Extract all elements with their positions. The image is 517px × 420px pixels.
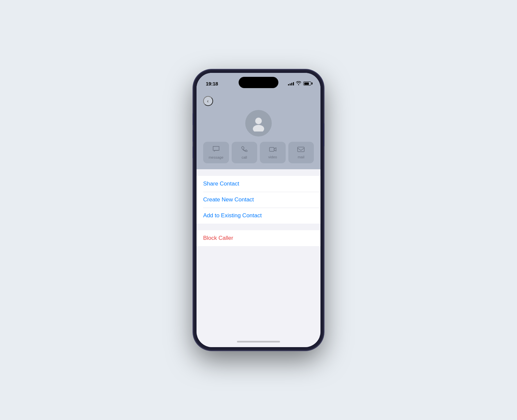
message-label: message bbox=[208, 155, 223, 159]
svg-rect-2 bbox=[269, 147, 274, 151]
svg-point-0 bbox=[255, 118, 262, 124]
video-label: video bbox=[268, 155, 277, 159]
status-icons bbox=[288, 81, 311, 86]
add-to-existing-contact-item[interactable]: Add to Existing Contact bbox=[197, 208, 320, 224]
call-label: call bbox=[242, 155, 247, 159]
call-action-button[interactable]: call bbox=[232, 142, 258, 163]
video-action-button[interactable]: video bbox=[260, 142, 286, 163]
share-contact-label: Share Contact bbox=[203, 181, 239, 187]
avatar-person-icon bbox=[250, 115, 267, 131]
video-icon bbox=[269, 146, 276, 154]
contact-header: ‹ messa bbox=[197, 89, 320, 169]
svg-point-1 bbox=[253, 125, 264, 131]
message-icon bbox=[212, 146, 220, 154]
add-to-existing-contact-label: Add to Existing Contact bbox=[203, 212, 262, 219]
call-icon bbox=[241, 146, 248, 154]
menu-group-contact-actions: Share Contact Create New Contact Add to … bbox=[197, 176, 320, 224]
mail-action-button[interactable]: mail bbox=[288, 142, 314, 163]
mail-label: mail bbox=[298, 155, 304, 159]
block-caller-label: Block Caller bbox=[203, 235, 233, 241]
wifi-icon bbox=[296, 81, 301, 86]
avatar bbox=[245, 110, 272, 136]
phone-screen: 19:18 bbox=[197, 73, 320, 347]
back-chevron-icon: ‹ bbox=[207, 98, 209, 104]
create-new-contact-item[interactable]: Create New Contact bbox=[197, 192, 320, 208]
message-action-button[interactable]: message bbox=[203, 142, 229, 163]
avatar-container bbox=[203, 110, 314, 136]
signal-icon bbox=[288, 81, 294, 85]
menu-group-block: Block Caller bbox=[197, 230, 320, 246]
create-new-contact-label: Create New Contact bbox=[203, 196, 254, 203]
battery-icon bbox=[303, 81, 311, 85]
phone-device: 19:18 bbox=[194, 70, 323, 350]
status-time: 19:18 bbox=[206, 81, 218, 86]
menu-section: Share Contact Create New Contact Add to … bbox=[197, 169, 320, 336]
dynamic-island bbox=[239, 77, 278, 88]
share-contact-item[interactable]: Share Contact bbox=[197, 176, 320, 192]
mail-icon bbox=[297, 146, 305, 154]
action-buttons-row: message call bbox=[203, 142, 314, 163]
home-indicator bbox=[197, 336, 320, 347]
block-caller-item[interactable]: Block Caller bbox=[197, 230, 320, 246]
battery-fill bbox=[304, 82, 309, 85]
svg-rect-3 bbox=[298, 147, 304, 152]
back-button[interactable]: ‹ bbox=[203, 96, 213, 106]
home-bar bbox=[237, 341, 280, 342]
